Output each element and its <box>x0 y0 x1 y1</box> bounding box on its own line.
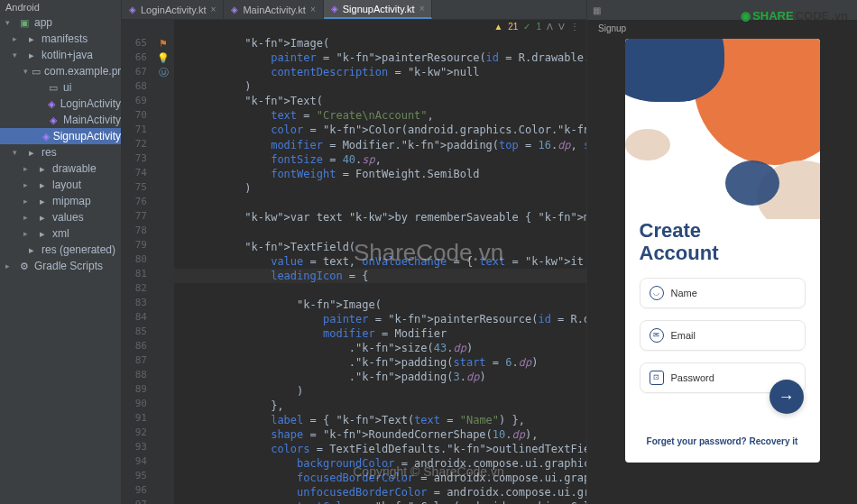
code-editor[interactable]: "k-fn">Image( painter = "k-fn">painterRe… <box>174 20 586 504</box>
lock-icon: ⊡ <box>650 371 664 385</box>
close-icon[interactable]: × <box>419 4 425 14</box>
editor-tabs: ◈LoginActivity.kt×◈MainActivity.kt×◈Sign… <box>122 0 586 20</box>
tree-item-xml[interactable]: ▸▸xml <box>0 225 121 242</box>
folder-icon: ▸ <box>36 179 49 191</box>
tree-item-res[interactable]: ▾▸res <box>0 144 121 160</box>
sidebar-header: Android <box>0 0 121 14</box>
submit-fab[interactable]: → <box>769 380 804 414</box>
layout-icon[interactable]: ▦ <box>593 5 601 15</box>
editor-area: ◈LoginActivity.kt×◈MainActivity.kt×◈Sign… <box>122 0 586 504</box>
close-icon[interactable]: × <box>310 5 316 14</box>
tree-item-values[interactable]: ▸▸values <box>0 209 121 225</box>
kt-icon: ◈ <box>42 131 50 142</box>
tree-item-signupactivity[interactable]: ◈SignupActivity <box>0 128 121 144</box>
kotlin-icon: ◈ <box>231 5 238 14</box>
folder-icon: ▸ <box>36 228 49 240</box>
tree-item-gradle-scripts[interactable]: ▸⚙Gradle Scripts <box>0 258 121 274</box>
folder-icon: ▸ <box>36 163 49 175</box>
folder-icon: ▸ <box>36 212 49 224</box>
editor-wrap: ▲21 ✓1 ᐱ ᐯ ⋮ 65 66 67 68 69 70 71 72 73 … <box>122 20 586 504</box>
user-icon: ◡ <box>650 286 664 300</box>
kt-icon: ◈ <box>47 115 60 126</box>
tree-item-drawable[interactable]: ▸▸drawable <box>0 160 121 177</box>
phone-body: CreateAccount ◡Name✉Email⊡Password <box>625 219 820 463</box>
gradle-icon: ⚙ <box>18 261 31 272</box>
phone-preview: CreateAccount ◡Name✉Email⊡Password → For… <box>625 39 820 463</box>
tab-signupactivity[interactable]: ◈SignupActivity.kt× <box>324 0 433 19</box>
line-gutter: 65 66 67 68 69 70 71 72 73 74 75 76 77 7… <box>122 20 152 504</box>
preview-panel: ▦ Signup CreateAccount ◡Name✉Email⊡Passw… <box>586 0 857 504</box>
tree-item-app[interactable]: ▾▣app <box>0 14 121 31</box>
tree-item-kotlin-java[interactable]: ▾▸kotlin+java <box>0 47 121 63</box>
mail-icon: ✉ <box>650 328 664 343</box>
kt-icon: ◈ <box>46 98 57 110</box>
close-icon[interactable]: × <box>211 5 217 14</box>
tab-loginactivity[interactable]: ◈LoginActivity.kt× <box>122 0 224 19</box>
project-tree: ▾▣app▸▸manifests▾▸kotlin+java▾▭com.examp… <box>0 14 121 274</box>
folder-icon: ▸ <box>25 33 38 45</box>
icon-gutter: ⚑ 💡 ⓤ <box>152 20 174 504</box>
tree-item-mipmap[interactable]: ▸▸mipmap <box>0 193 121 209</box>
tree-item-mainactivity[interactable]: ◈MainActivity <box>0 112 121 128</box>
folder-icon: ▸ <box>25 244 38 256</box>
folder-icon: ▸ <box>25 50 38 61</box>
tree-item-res-generated-[interactable]: ▸res (generated) <box>0 242 121 258</box>
pkg-icon: ▭ <box>32 66 41 78</box>
pkg-icon: ▭ <box>47 82 60 94</box>
project-sidebar: Android ▾▣app▸▸manifests▾▸kotlin+java▾▭c… <box>0 0 122 504</box>
logo-icon: ◉ <box>741 9 751 23</box>
tree-item-manifests[interactable]: ▸▸manifests <box>0 31 121 47</box>
name-field[interactable]: ◡Name <box>640 278 806 308</box>
signup-title: CreateAccount <box>640 219 806 265</box>
tab-mainactivity[interactable]: ◈MainActivity.kt× <box>224 0 323 19</box>
email-field[interactable]: ✉Email <box>640 320 806 351</box>
tree-item-layout[interactable]: ▸▸layout <box>0 177 121 193</box>
kotlin-icon: ◈ <box>331 4 338 14</box>
phone-header-art <box>625 39 820 219</box>
sharecode-logo: ◉ SHARECODE.vn <box>741 9 848 23</box>
tree-item-loginactivity[interactable]: ◈LoginActivity <box>0 96 121 112</box>
app-icon: ▣ <box>18 17 31 29</box>
tree-item-ui[interactable]: ▭ui <box>0 79 121 96</box>
tree-item-com-example-pr[interactable]: ▾▭com.example.pr <box>0 63 121 79</box>
folder-icon: ▸ <box>36 196 49 207</box>
forgot-link[interactable]: Forget your password? Recovery it <box>625 436 820 446</box>
folder-icon: ▸ <box>25 147 38 159</box>
kotlin-icon: ◈ <box>129 5 136 14</box>
